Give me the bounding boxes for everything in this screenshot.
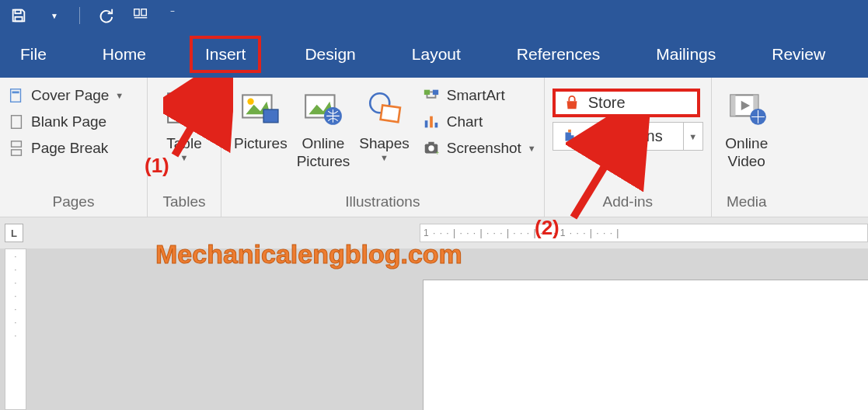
- group-illustrations: Pictures Online Pictures Shapes ▼: [221, 78, 545, 217]
- smartart-button[interactable]: SmartArt: [422, 85, 536, 106]
- svg-rect-2: [134, 9, 139, 16]
- online-pictures-icon: [301, 85, 346, 130]
- customize-qat-icon[interactable]: ‾: [166, 5, 180, 26]
- store-icon: [563, 95, 580, 112]
- page-break-button[interactable]: Page Break: [8, 138, 124, 158]
- pictures-label: Pictures: [234, 135, 288, 153]
- online-video-label-l1: Online: [725, 135, 768, 153]
- document-page[interactable]: [423, 280, 868, 410]
- group-addins: Store My Add-ins ▼ Add-ins: [545, 78, 712, 217]
- svg-text:+: +: [435, 150, 439, 157]
- svg-rect-33: [568, 129, 571, 132]
- screenshot-label: Screenshot: [447, 140, 521, 157]
- online-pictures-label-l1: Online: [302, 135, 345, 153]
- document-background: [26, 248, 423, 410]
- svg-rect-7: [12, 141, 22, 147]
- svg-rect-4: [11, 89, 21, 102]
- touch-mode-icon[interactable]: [130, 5, 152, 26]
- online-video-label-l2: Video: [728, 153, 765, 171]
- tab-design[interactable]: Design: [292, 39, 368, 70]
- online-video-icon: [724, 85, 769, 130]
- redo-icon[interactable]: [94, 5, 116, 26]
- quick-access-toolbar: ▼ ‾: [0, 0, 868, 31]
- svg-rect-1: [15, 17, 22, 22]
- horizontal-ruler[interactable]: 1 · · · | · · · | · · · | · · · | · · · …: [420, 224, 868, 242]
- dropdown-icon: ▼: [180, 153, 189, 163]
- svg-rect-28: [434, 123, 437, 127]
- svg-point-30: [428, 145, 434, 151]
- svg-rect-18: [263, 109, 278, 123]
- tab-selector[interactable]: L: [5, 224, 23, 242]
- dropdown-icon: ▼: [688, 132, 697, 141]
- pictures-button[interactable]: Pictures: [229, 82, 292, 174]
- shapes-icon: [362, 85, 407, 130]
- cover-page-button[interactable]: Cover Page ▼: [8, 85, 124, 106]
- smartart-label: SmartArt: [447, 87, 505, 104]
- table-label: Table: [166, 135, 201, 153]
- chart-button[interactable]: Chart: [422, 112, 536, 132]
- shapes-button[interactable]: Shapes ▼: [354, 82, 413, 166]
- shapes-label: Shapes: [359, 135, 409, 153]
- group-pages: Cover Page ▼ Blank Page Page Break Pages: [0, 78, 148, 217]
- page-break-label: Page Break: [31, 140, 108, 157]
- blank-page-button[interactable]: Blank Page: [8, 112, 124, 132]
- dropdown-icon: ▼: [528, 144, 536, 153]
- tab-insert[interactable]: Insert: [190, 36, 262, 73]
- svg-rect-6: [12, 116, 22, 129]
- online-pictures-label-l2: Pictures: [297, 153, 350, 171]
- table-button[interactable]: Table ▼: [157, 82, 211, 166]
- svg-rect-3: [141, 9, 146, 16]
- dropdown-icon: ▼: [380, 153, 389, 163]
- group-media: Online Video Media: [712, 78, 782, 217]
- svg-rect-5: [12, 92, 19, 94]
- cover-page-label: Cover Page: [31, 87, 109, 104]
- table-icon: [162, 85, 207, 130]
- store-button[interactable]: Store: [553, 89, 700, 117]
- svg-rect-23: [380, 105, 399, 122]
- svg-rect-25: [433, 90, 438, 95]
- svg-rect-10: [168, 93, 200, 100]
- online-video-button[interactable]: Online Video: [720, 82, 774, 174]
- svg-rect-27: [430, 116, 433, 128]
- store-label: Store: [588, 94, 626, 112]
- ribbon-tabs: File Home Insert Design Layout Reference…: [0, 31, 868, 78]
- group-media-label: Media: [720, 190, 774, 215]
- pictures-icon: [238, 85, 283, 130]
- svg-rect-31: [428, 142, 434, 145]
- tab-review[interactable]: Review: [759, 39, 838, 70]
- my-addins-dropdown[interactable]: ▼: [683, 122, 703, 151]
- horizontal-ruler-area: L 1 · · · | · · · | · · · | · · · | · · …: [0, 217, 868, 248]
- tab-mailings[interactable]: Mailings: [643, 39, 728, 70]
- blank-page-label: Blank Page: [31, 113, 106, 130]
- tab-file[interactable]: File: [8, 39, 59, 70]
- svg-rect-0: [15, 10, 20, 14]
- dropdown-icon: ▼: [115, 91, 124, 100]
- group-tables: Table ▼ Tables: [148, 78, 221, 217]
- chart-label: Chart: [447, 113, 483, 130]
- addins-icon: [561, 128, 578, 145]
- group-pages-label: Pages: [8, 190, 139, 215]
- tab-layout[interactable]: Layout: [399, 39, 473, 70]
- document-area: ·······: [0, 248, 868, 410]
- my-addins-button[interactable]: My Add-ins: [553, 122, 683, 151]
- group-addins-label: Add-ins: [553, 190, 703, 215]
- svg-rect-24: [424, 90, 430, 95]
- svg-rect-8: [12, 150, 22, 155]
- save-dropdown-icon[interactable]: ▼: [44, 5, 65, 26]
- ribbon: Cover Page ▼ Blank Page Page Break Pages: [0, 78, 868, 217]
- vertical-ruler[interactable]: ·······: [5, 248, 26, 410]
- tab-home[interactable]: Home: [90, 39, 159, 70]
- tab-references[interactable]: References: [504, 39, 612, 70]
- group-illustrations-label: Illustrations: [229, 190, 536, 215]
- svg-rect-35: [730, 95, 735, 116]
- svg-rect-26: [424, 120, 427, 127]
- svg-point-17: [248, 99, 254, 105]
- qat-separator: [79, 7, 80, 24]
- screenshot-button[interactable]: + Screenshot ▼: [422, 138, 536, 158]
- my-addins-label: My Add-ins: [586, 127, 663, 145]
- save-icon[interactable]: [8, 5, 30, 26]
- online-pictures-button[interactable]: Online Pictures: [292, 82, 355, 174]
- group-tables-label: Tables: [155, 190, 213, 215]
